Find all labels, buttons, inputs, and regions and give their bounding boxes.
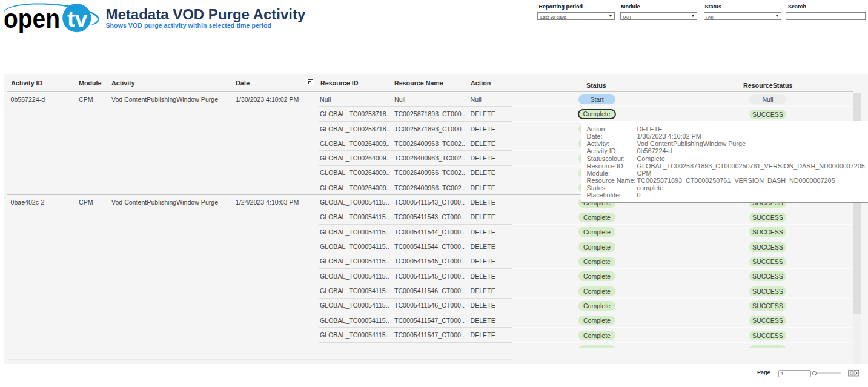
svg-text:open: open	[4, 3, 60, 34]
svg-text:tv: tv	[67, 7, 88, 31]
